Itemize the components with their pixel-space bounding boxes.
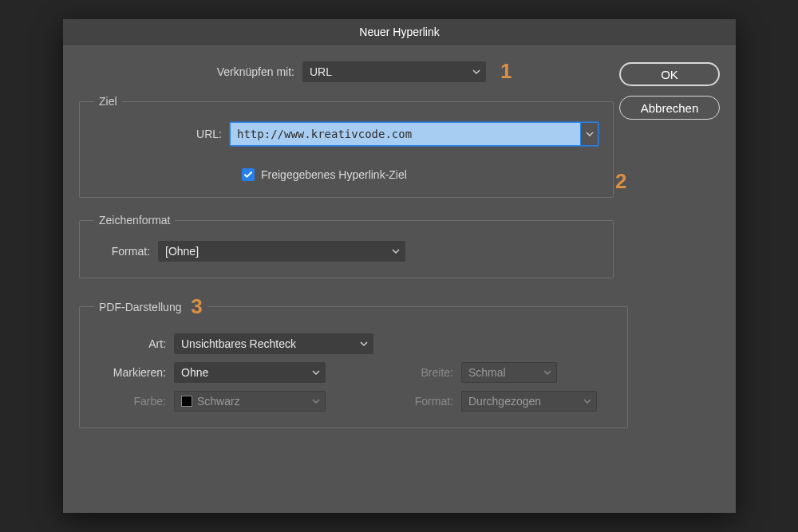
char-format-select[interactable]: [Ohne]: [158, 241, 405, 262]
chevron-down-icon: [583, 399, 591, 404]
target-legend: Ziel: [94, 95, 122, 108]
pdf-style-select: Durchgezogen: [461, 391, 597, 412]
pdf-color-label: Farbe:: [94, 395, 174, 408]
link-to-select[interactable]: URL: [302, 61, 486, 82]
url-field[interactable]: http://www.kreativcode.com: [230, 122, 598, 146]
pdf-fieldset: PDF-Darstellung 3 Art: Unsichtbares Rech…: [79, 294, 628, 428]
chevron-down-icon: [392, 249, 400, 254]
dialog-titlebar: Neuer Hyperlink: [63, 19, 736, 45]
chevron-down-icon: [312, 399, 320, 404]
pdf-highlight-select[interactable]: Ohne: [174, 362, 326, 383]
annotation-1: 1: [500, 59, 512, 84]
char-format-legend: Zeichenformat: [94, 214, 175, 227]
pdf-type-label: Art:: [94, 337, 174, 350]
char-format-label: Format:: [94, 245, 158, 258]
pdf-type-select[interactable]: Unsichtbares Rechteck: [174, 333, 373, 354]
pdf-style-label: Format:: [373, 395, 461, 408]
char-format-fieldset: Zeichenformat Format: [Ohne]: [79, 214, 614, 278]
url-history-dropdown[interactable]: [580, 123, 598, 145]
pdf-highlight-label: Markieren:: [94, 366, 174, 379]
url-label: URL:: [94, 128, 230, 140]
chevron-down-icon: [312, 370, 320, 375]
annotation-3: 3: [191, 294, 202, 318]
annotation-2: 2: [615, 169, 626, 194]
shared-target-checkbox[interactable]: [242, 168, 255, 181]
dialog-title: Neuer Hyperlink: [359, 26, 439, 38]
hyperlink-dialog: Neuer Hyperlink OK Abbrechen Verknüpfen …: [63, 19, 736, 513]
pdf-width-select: Schmal: [461, 362, 557, 383]
target-fieldset: Ziel URL: http://www.kreativcode.com Fre…: [79, 95, 614, 198]
shared-target-label: Freigegebenes Hyperlink-Ziel: [261, 168, 407, 181]
chevron-down-icon: [360, 341, 368, 346]
chevron-down-icon: [543, 370, 551, 375]
color-swatch: [181, 396, 192, 407]
chevron-down-icon: [472, 69, 480, 74]
pdf-width-label: Breite:: [373, 366, 461, 379]
pdf-legend: PDF-Darstellung 3: [94, 294, 207, 319]
pdf-color-select: Schwarz: [174, 391, 326, 412]
link-to-label: Verknüpfen mit:: [119, 65, 302, 78]
